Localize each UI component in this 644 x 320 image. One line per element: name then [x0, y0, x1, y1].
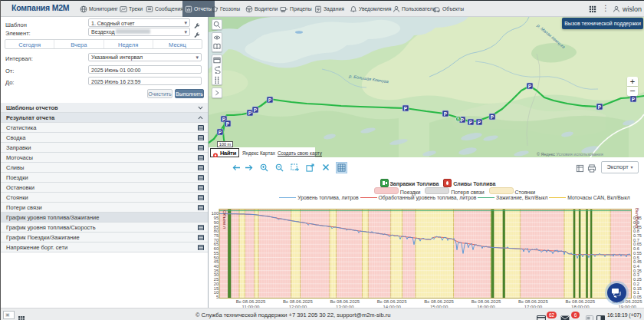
svg-text:P: P: [248, 111, 252, 116]
svg-text:P: P: [469, 120, 473, 125]
svg-text:Вс 08.06.2025: Вс 08.06.2025: [283, 299, 313, 304]
svg-text:P: P: [528, 84, 532, 89]
svg-text:Вс 08.06.2025: Вс 08.06.2025: [377, 299, 407, 304]
svg-text:Вс 08.06.2025: Вс 08.06.2025: [330, 299, 360, 304]
svg-text:Вс 08.06.2025: Вс 08.06.2025: [424, 299, 454, 304]
svg-text:P: P: [444, 111, 448, 117]
svg-text:5: 5: [216, 295, 219, 299]
svg-text:P: P: [254, 107, 258, 113]
svg-text:P: P: [219, 130, 222, 135]
svg-text:P: P: [404, 106, 408, 111]
svg-text:P: P: [226, 121, 230, 127]
svg-text:Объем л: Объем л: [222, 210, 227, 229]
svg-text:Вкл/Выкл: Вкл/Выкл: [635, 208, 639, 229]
svg-text:P: P: [268, 97, 272, 103]
svg-text:Вс 08.06.2025: Вс 08.06.2025: [565, 299, 595, 304]
svg-text:Вс 08.06.2025: Вс 08.06.2025: [518, 299, 548, 304]
svg-text:P: P: [598, 104, 602, 110]
svg-text:P: P: [632, 97, 636, 102]
svg-text:P: P: [478, 120, 481, 125]
svg-text:Вс 08.06.2025: Вс 08.06.2025: [236, 299, 266, 304]
svg-text:P: P: [491, 114, 495, 120]
svg-text:Вс 08.06.2025: Вс 08.06.2025: [472, 299, 501, 304]
